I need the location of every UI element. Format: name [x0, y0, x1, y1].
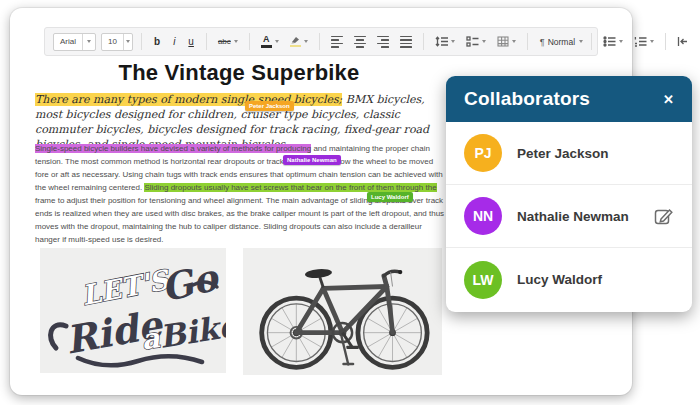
bicycle-illustration [243, 248, 442, 375]
align-center-button[interactable] [351, 34, 369, 50]
toolbar-divider [319, 33, 320, 50]
highlighter-icon [290, 36, 301, 48]
lettering-word: Bike [157, 307, 226, 355]
collaborators-panel-title: Collaborators [464, 88, 590, 110]
font-color-button[interactable]: A [258, 33, 282, 50]
font-size-select[interactable]: 10 [101, 33, 133, 51]
bullet-list-button[interactable] [600, 34, 626, 49]
checklist-icon [466, 36, 479, 47]
italic-button[interactable]: i [169, 35, 179, 48]
strikethrough-button[interactable]: abc [215, 35, 241, 48]
checklist-button[interactable] [463, 34, 489, 49]
lettering-image[interactable]: LET'S Go Ride a Bike [40, 248, 226, 373]
yellow-highlighted-text: There are many types of modern single sp… [35, 93, 342, 106]
purple-highlighted-text: Single-speed bicycle builders have devis… [35, 144, 311, 153]
collaborator-row-nathalie-newman[interactable]: NN Nathalie Newman [446, 185, 692, 248]
numbered-list-icon [634, 36, 647, 47]
align-right-button[interactable] [374, 34, 392, 50]
table-chevron-icon [512, 40, 516, 43]
collaborators-panel-header: Collaborators ✕ [446, 76, 692, 122]
collaborators-panel: Collaborators ✕ PJ Peter Jackson NN Nath… [446, 76, 692, 312]
outdent-icon [677, 36, 690, 47]
underline-button[interactable]: u [184, 35, 198, 48]
align-right-icon [377, 36, 389, 48]
toolbar-divider [527, 33, 528, 50]
highlight-chevron-icon [304, 40, 308, 43]
align-justify-button[interactable] [397, 34, 415, 50]
toolbar-divider [141, 33, 142, 50]
toolbar-divider [249, 33, 250, 50]
font-family-select[interactable]: Arial [53, 33, 96, 51]
collaborator-row-lucy-waldorf[interactable]: LW Lucy Waldorf [446, 248, 692, 311]
paragraph-style-select[interactable]: ¶ Normal [536, 33, 583, 51]
outdent-button[interactable] [674, 34, 693, 49]
align-center-icon [354, 36, 366, 48]
align-justify-icon [400, 36, 412, 48]
edit-collaborator-button[interactable] [653, 206, 674, 227]
font-family-chevron-icon [82, 34, 95, 50]
collaborator-name: Peter Jackson [517, 146, 674, 161]
line-spacing-button[interactable] [432, 34, 458, 49]
collaborator-name: Lucy Waldorf [517, 272, 674, 287]
font-size-chevron-icon [123, 34, 132, 50]
font-color-icon: A [261, 35, 272, 48]
lettering-word: Go [157, 255, 224, 311]
document-title: The Vintage Superbike [34, 60, 444, 86]
bullet-list-icon [603, 36, 616, 47]
close-icon[interactable]: ✕ [663, 93, 674, 106]
table-button[interactable] [494, 34, 519, 49]
toolbar-divider [665, 33, 666, 50]
font-color-letter: A [263, 35, 270, 44]
bold-button[interactable]: b [150, 35, 164, 48]
lets-go-ride-a-bike-artwork: LET'S Go Ride a Bike [40, 248, 226, 373]
text-run: frame to adjust their position for tensi… [35, 196, 444, 244]
paragraph-style-name: Normal [548, 37, 575, 47]
pilcrow-icon: ¶ [540, 37, 545, 47]
collab-cursor-peter-jackson: Peter Jackson [245, 101, 294, 111]
align-left-icon [331, 36, 343, 48]
align-left-button[interactable] [328, 34, 346, 50]
collaborator-row-peter-jackson[interactable]: PJ Peter Jackson [446, 122, 692, 185]
green-highlighted-text: Sliding dropouts usually have set screws… [144, 183, 436, 192]
bicycle-image[interactable] [243, 248, 442, 375]
formatting-toolbar: Arial 10 b i u abc A [44, 27, 598, 56]
font-family-value: Arial [54, 37, 82, 46]
line-spacing-chevron-icon [451, 40, 455, 43]
screenshot-stage: Arial 10 b i u abc A [0, 0, 700, 405]
avatar: NN [464, 197, 502, 235]
line-spacing-icon [435, 36, 448, 47]
font-color-chevron-icon [275, 40, 279, 43]
highlight-color-button[interactable] [287, 34, 311, 50]
table-icon [497, 36, 509, 47]
toolbar-divider [591, 33, 592, 50]
numbered-list-chevron-icon [650, 40, 654, 43]
avatar: LW [464, 261, 502, 299]
paragraph-style-chevron-icon [579, 40, 583, 43]
avatar: PJ [464, 134, 502, 172]
checklist-chevron-icon [482, 40, 486, 43]
toolbar-divider [423, 33, 424, 50]
collaborator-name: Nathalie Newman [517, 209, 638, 224]
strikethrough-chevron-icon [234, 40, 238, 43]
paragraph-style-value: ¶ Normal [536, 37, 579, 47]
bullet-list-chevron-icon [619, 40, 623, 43]
numbered-list-button[interactable] [631, 34, 657, 49]
font-size-value: 10 [102, 37, 123, 46]
toolbar-divider [206, 33, 207, 50]
edit-pencil-icon [653, 206, 674, 227]
strikethrough-label: abc [218, 37, 231, 46]
collab-cursor-lucy-waldorf: Lucy Waldorf [367, 192, 413, 202]
collab-cursor-nathalie-newman: Nathalie Newman [283, 155, 341, 165]
